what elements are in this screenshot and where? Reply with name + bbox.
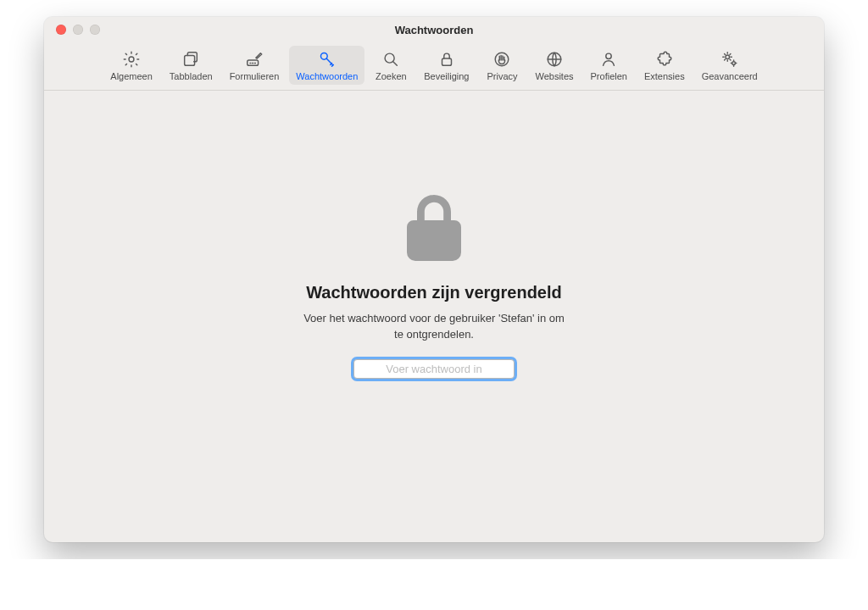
tab-label: Beveiliging [424, 71, 469, 81]
svg-point-10 [732, 62, 735, 65]
svg-rect-1 [185, 55, 195, 65]
tab-label: Algemeen [110, 71, 153, 81]
tab-label: Extensies [644, 71, 685, 81]
preferences-window: Wachtwoorden Algemeen Tabbladen Formulie… [44, 17, 824, 542]
preferences-toolbar: Algemeen Tabbladen Formulieren Wachtwoor… [44, 42, 824, 91]
password-field-wrap [353, 359, 515, 379]
tab-label: Formulieren [230, 71, 280, 81]
globe-icon [544, 49, 565, 69]
lock-large-icon [393, 186, 475, 271]
locked-pane: Wachtwoorden zijn vergrendeld Voer het w… [44, 91, 824, 542]
tab-label: Tabbladen [170, 71, 213, 81]
gear-icon [121, 49, 142, 69]
lock-icon [437, 49, 457, 69]
tab-profiles[interactable]: Profielen [584, 46, 634, 85]
key-icon [317, 49, 337, 69]
tab-security[interactable]: Beveiliging [417, 46, 476, 85]
person-icon [598, 49, 619, 69]
tab-search[interactable]: Zoeken [368, 46, 414, 85]
svg-point-8 [606, 53, 611, 58]
tab-label: Privacy [487, 71, 517, 81]
tab-label: Zoeken [376, 71, 407, 81]
tab-privacy[interactable]: Privacy [479, 46, 525, 85]
tab-tabs[interactable]: Tabbladen [163, 46, 220, 85]
tab-general[interactable]: Algemeen [103, 46, 159, 85]
tab-label: Profielen [591, 71, 627, 81]
tab-autofill[interactable]: Formulieren [223, 46, 287, 85]
tab-websites[interactable]: Websites [528, 46, 580, 85]
svg-rect-5 [442, 58, 451, 65]
pencil-field-icon [244, 49, 264, 69]
hand-icon [492, 49, 512, 69]
close-window-button[interactable] [56, 25, 66, 35]
tab-advanced[interactable]: Geavanceerd [695, 46, 765, 85]
titlebar: Wachtwoorden [44, 17, 824, 42]
locked-title: Wachtwoorden zijn vergrendeld [306, 283, 562, 302]
window-title: Wachtwoorden [44, 24, 824, 36]
tab-label: Websites [535, 71, 573, 81]
svg-point-0 [129, 57, 134, 62]
tab-label: Wachtwoorden [296, 71, 358, 81]
tab-label: Geavanceerd [702, 71, 758, 81]
puzzle-icon [654, 49, 675, 69]
locked-subtitle: Voer het wachtwoord voor de gebruiker 'S… [298, 311, 570, 343]
tab-passwords[interactable]: Wachtwoorden [289, 46, 364, 85]
svg-point-9 [726, 55, 730, 59]
window-controls [44, 25, 100, 35]
tab-extensions[interactable]: Extensies [637, 46, 692, 85]
gears-icon [720, 49, 740, 69]
search-icon [381, 49, 401, 69]
minimize-window-button[interactable] [73, 25, 83, 35]
zoom-window-button[interactable] [90, 25, 100, 35]
password-input[interactable] [354, 360, 514, 378]
tabs-icon [181, 49, 201, 69]
